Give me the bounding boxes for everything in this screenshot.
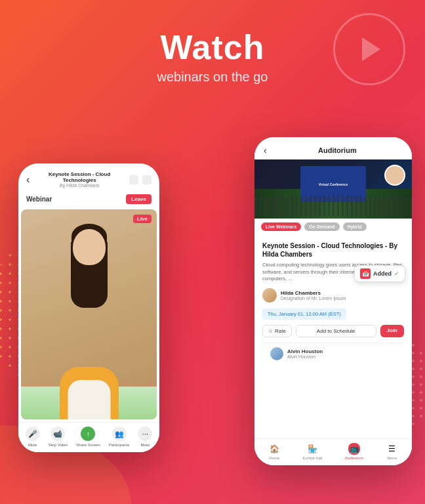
auditorium-icon: 📺	[348, 443, 360, 455]
left-phone-bottom-bar: 🎤 Mute 📹 Stop Video ↑ Share Screen 👥 Par…	[18, 422, 159, 452]
screen-share-icon: ↑	[81, 427, 95, 441]
stop-video-label: Stop Video	[49, 443, 68, 447]
left-phone-header: ‹ Keynote Session - Cloud Technologies B…	[18, 163, 159, 192]
exhibit-hall-label: Exhibit Hall	[302, 456, 322, 460]
volume-icon[interactable]	[129, 175, 138, 184]
participants-icon: 👥	[112, 427, 127, 441]
webinar-bar: Webinar Leave	[18, 192, 159, 207]
mute-label: Mute	[28, 443, 37, 447]
leave-button[interactable]: Leave	[126, 194, 152, 204]
stop-video-action[interactable]: 📹 Stop Video	[49, 427, 68, 447]
right-phone-title: Auditorium	[272, 146, 403, 154]
left-phone-header-icons	[129, 175, 152, 184]
page-header: Watch webinars on the go	[0, 0, 425, 98]
next-speaker-avatar	[270, 347, 283, 360]
share-screen-action[interactable]: ↑ Share Screen	[76, 427, 100, 447]
calendar-icon: 📅	[360, 268, 371, 279]
left-phone-session-subtitle: By Hilda Chambers	[35, 183, 124, 188]
left-phone-title-area: Keynote Session - Cloud Technologies By …	[35, 171, 124, 188]
nav-auditorium[interactable]: 📺 Auditorium	[345, 443, 364, 460]
camera-icon[interactable]	[142, 175, 152, 184]
more-action[interactable]: ··· More	[138, 427, 152, 447]
next-speaker-name: Alvin Houston	[287, 348, 323, 354]
back-icon[interactable]: ‹	[26, 174, 30, 186]
next-session: Alvin Houston Alvin Houston	[262, 343, 404, 364]
tab-on-demand[interactable]: On Demand	[304, 222, 339, 231]
phones-container: ‹ Keynote Session - Cloud Technologies B…	[0, 98, 425, 478]
home-label: Home	[269, 456, 279, 460]
page-subtitle: webinars on the go	[0, 70, 425, 85]
webinar-label: Webinar	[26, 196, 52, 203]
nav-home[interactable]: 🏠 Home	[268, 443, 280, 460]
live-badge: Live	[133, 215, 152, 223]
person-head	[73, 229, 106, 265]
speaker-avatar	[262, 288, 277, 303]
auditorium-image: Virtual Conference	[254, 159, 412, 219]
video-feed: Live	[21, 209, 157, 419]
screen-text: Virtual Conference	[319, 182, 348, 186]
next-speaker-info: Alvin Houston Alvin Houston	[287, 348, 323, 359]
home-icon: 🏠	[268, 443, 280, 455]
video-icon: 📹	[51, 427, 65, 441]
mic-icon: 🎤	[26, 427, 40, 441]
rate-button[interactable]: ☆ Rate	[262, 325, 292, 337]
auditorium-label: Auditorium	[345, 456, 364, 460]
person-shirt	[68, 380, 110, 419]
more-icon: ···	[138, 427, 152, 441]
speaker-name: Hilda Chambers	[281, 290, 346, 296]
join-button[interactable]: Join	[380, 325, 404, 337]
add-to-schedule-button[interactable]: Add to Schedule	[296, 325, 376, 337]
speaker-role: Designation of Mr. Lorem Ipsum	[281, 296, 346, 301]
speaker-row: Hilda Chambers Designation of Mr. Lorem …	[262, 288, 404, 303]
left-phone-session-title: Keynote Session - Cloud Technologies	[35, 171, 124, 183]
check-icon: ✓	[394, 270, 399, 277]
right-phone: ‹ Auditorium Virtual Conference Live Web…	[254, 137, 412, 465]
exhibit-hall-icon: 🏪	[306, 443, 318, 455]
auditorium-tabs: Live Webinars On Demand Hybrid	[254, 219, 412, 235]
left-phone: ‹ Keynote Session - Cloud Technologies B…	[18, 163, 159, 452]
next-speaker-sub: Alvin Houston	[287, 354, 323, 359]
page-title: Watch	[0, 28, 425, 67]
time-badge: Thu, January 01, 12:00 AM (EST)	[262, 308, 346, 320]
action-row: ☆ Rate Add to Schedule Join	[262, 325, 404, 337]
tab-live-webinars[interactable]: Live Webinars	[261, 222, 301, 231]
nav-exhibit-hall[interactable]: 🏪 Exhibit Hall	[302, 443, 322, 460]
right-back-icon[interactable]: ‹	[264, 145, 267, 156]
person-video	[21, 209, 157, 419]
speaker-info: Hilda Chambers Designation of Mr. Lorem …	[281, 290, 346, 301]
more-label: More	[141, 443, 150, 447]
menu-label: Menu	[387, 456, 397, 460]
speaker-avatar-bubble	[384, 165, 405, 186]
participants-label: Participants	[109, 443, 129, 447]
right-phone-header: ‹ Auditorium	[254, 137, 412, 159]
added-badge: 📅 Added ✓	[354, 265, 405, 282]
session-title: Keynote Session - Cloud Technologies - B…	[262, 242, 404, 259]
bottom-nav: 🏠 Home 🏪 Exhibit Hall 📺 Auditorium ☰ Men…	[254, 438, 412, 465]
share-screen-label: Share Screen	[76, 443, 100, 447]
nav-menu[interactable]: ☰ Menu	[386, 443, 398, 460]
mute-action[interactable]: 🎤 Mute	[26, 427, 40, 447]
menu-icon: ☰	[386, 443, 398, 455]
rate-label: Rate	[275, 328, 286, 334]
chairs	[254, 196, 412, 216]
tab-hybrid[interactable]: Hybrid	[343, 222, 367, 231]
star-icon: ☆	[268, 328, 273, 334]
participants-action[interactable]: 👥 Participants	[109, 427, 129, 447]
added-text: Added	[373, 270, 392, 277]
